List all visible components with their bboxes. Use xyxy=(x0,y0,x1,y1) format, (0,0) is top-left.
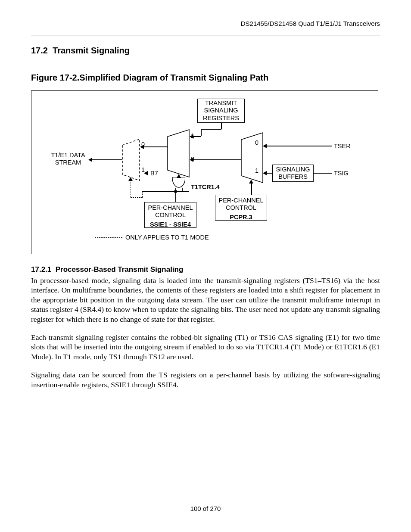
lbl-pc1-l2: CONTROL xyxy=(155,212,186,219)
lbl-sigbuf-l2: BUFFERS xyxy=(278,173,308,180)
arrow-mux2-mux1-0 xyxy=(140,145,144,149)
lbl-tx-sig-l2: SIGNALING xyxy=(204,107,238,114)
lbl-tx-sig-l1: TRANSMIT xyxy=(205,100,237,107)
lbl-pc2-l1: PER-CHANNEL xyxy=(219,197,264,204)
section-heading: 17.2 Transmit Signaling xyxy=(31,46,380,56)
node-dot xyxy=(174,190,177,193)
lbl-tsig: TSIG xyxy=(334,170,349,177)
lbl-pc1-l1: PER-CHANNEL xyxy=(148,204,193,212)
paragraph-3: Signaling data can be sourced from the T… xyxy=(31,370,380,389)
arrow-sigbuf-mux3 xyxy=(263,171,267,175)
svg-marker-2 xyxy=(241,133,263,183)
svg-marker-0 xyxy=(122,139,140,180)
wire-tsr-v xyxy=(221,123,222,129)
section-num: 17.2 xyxy=(31,46,48,55)
paragraph-1: In processor-based mode, signaling data … xyxy=(31,276,380,324)
subsection-title: Processor-Based Transmit Signaling xyxy=(56,265,184,274)
wire-tser xyxy=(266,146,332,146)
arrow-mux1-out xyxy=(88,158,92,162)
wire-sigbuf-mux3 xyxy=(266,173,272,174)
lbl-tx-sig-l3: REGISTERS xyxy=(203,115,239,122)
wire-mux2-to-mux1-0 xyxy=(143,146,168,147)
figure-heading: Figure 17-2.Simplified Diagram of Transm… xyxy=(31,73,380,83)
mux-pcpr xyxy=(241,133,263,184)
mux3-in1: 1 xyxy=(255,167,258,174)
dash-h1 xyxy=(131,197,143,198)
lbl-b7: B7 xyxy=(150,170,158,177)
wire-t1tcr-to-gate xyxy=(182,188,183,192)
dash-v1 xyxy=(142,191,143,197)
lbl-t1tcr: T1TCR1.4 xyxy=(191,184,220,190)
subsection-num: 17.2.1 xyxy=(31,265,51,274)
lbl-data-stream: T1/E1 DATASTREAM xyxy=(44,152,92,167)
section-title: Transmit Signaling xyxy=(53,46,130,55)
wire-mux3-to-mux2 xyxy=(193,159,241,160)
box-per-channel-pcpr: PER-CHANNEL CONTROL PCPR.3 xyxy=(215,195,267,221)
legend-dash xyxy=(95,237,122,238)
arrow-b7 xyxy=(144,171,148,175)
doc-header: DS21455/DS21458 Quad T1/E1/J1 Transceive… xyxy=(31,20,380,27)
legend-text: ONLY APPLIES TO T1 MODE xyxy=(125,234,209,241)
wire-tsr-h2 xyxy=(193,136,201,137)
box-tx-signaling-registers: TRANSMIT SIGNALING REGISTERS xyxy=(197,99,245,123)
header-rule xyxy=(31,35,380,35)
page-footer: 100 of 270 xyxy=(0,505,411,512)
wire-tsr-h xyxy=(201,129,221,130)
wire-pcpr-sel xyxy=(251,183,252,195)
mux3-in0: 0 xyxy=(255,139,258,146)
box-signaling-buffers: SIGNALING BUFFERS xyxy=(272,165,314,182)
svg-marker-1 xyxy=(168,130,189,177)
wire-tsr-v2 xyxy=(201,129,202,136)
figure-num: Figure 17-2. xyxy=(31,73,79,82)
paragraph-2: Each transmit signaling register contain… xyxy=(31,333,380,361)
wire-mux1-out xyxy=(92,159,122,160)
figure-title: Simplified Diagram of Transmit Signaling… xyxy=(79,73,268,82)
lbl-pc2-reg: PCPR.3 xyxy=(230,214,252,221)
dash-v2 xyxy=(131,180,131,197)
and-gate xyxy=(172,177,185,190)
wire-tsig xyxy=(314,173,332,174)
mux-t1-b7 xyxy=(122,139,140,182)
lbl-sigbuf-l1: SIGNALING xyxy=(276,166,310,173)
figure-diagram: TRANSMIT SIGNALING REGISTERS SIGNALING B… xyxy=(31,90,378,254)
arrow-mux3-mux2 xyxy=(190,158,193,162)
arrow-gate-mux2 xyxy=(177,174,181,178)
lbl-tser: TSER xyxy=(334,143,351,149)
lbl-pc1-reg: SSIE1 - SSIE4 xyxy=(150,221,191,228)
arrow-mux1-sel xyxy=(128,177,133,181)
mux-tsr xyxy=(168,130,189,178)
lbl-pc2-l2: CONTROL xyxy=(226,204,256,212)
arrow-pcpr-sel xyxy=(249,180,253,184)
subsection-heading: 17.2.1 Processor-Based Transmit Signalin… xyxy=(31,265,380,274)
box-per-channel-ssie: PER-CHANNEL CONTROL SSIE1 - SSIE4 xyxy=(144,202,196,228)
arrow-tser xyxy=(263,144,267,148)
